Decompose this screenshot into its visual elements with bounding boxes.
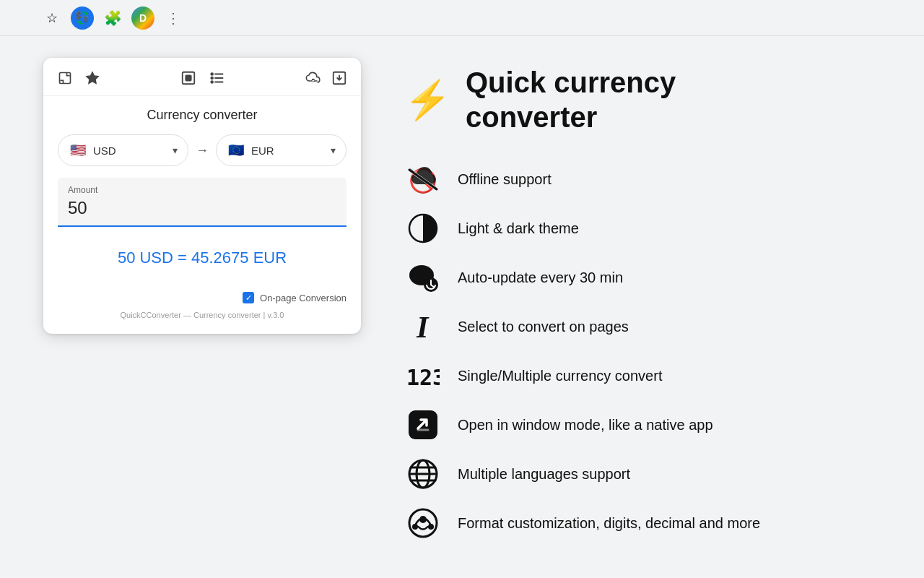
from-currency-code: USD bbox=[93, 144, 167, 157]
popup-title: Currency converter bbox=[58, 108, 346, 123]
feature-item-autoupdate: Auto-update every 30 min bbox=[404, 259, 881, 296]
app-title: Quick currencyconverter bbox=[466, 65, 676, 134]
feature-item-languages: Multiple languages support bbox=[404, 455, 881, 493]
feature-item-format: Format customization, digits, decimal an… bbox=[404, 504, 881, 542]
app-header: ⚡ Quick currencyconverter bbox=[404, 65, 881, 134]
svg-text:I: I bbox=[416, 311, 430, 343]
main-content: Currency converter 🇺🇸 USD ▾ → 🇪🇺 EUR ▾ bbox=[0, 36, 924, 578]
from-currency-select[interactable]: 🇺🇸 USD ▾ bbox=[58, 134, 188, 166]
user-avatar[interactable]: D bbox=[131, 7, 154, 30]
from-currency-chevron: ▾ bbox=[173, 144, 178, 156]
select-convert-icon: I bbox=[404, 308, 442, 345]
feature-text-languages: Multiple languages support bbox=[458, 466, 630, 483]
svg-point-8 bbox=[211, 77, 213, 79]
feature-text-theme: Light & dark theme bbox=[458, 220, 579, 237]
window-mode-icon bbox=[404, 406, 442, 444]
browser-toolbar: ☆ 💱 🧩 D ⋮ bbox=[40, 7, 185, 30]
svg-point-24 bbox=[419, 516, 427, 523]
feature-text-multiple: Single/Multiple currency convert bbox=[458, 368, 662, 384]
feature-item-window: Open in window mode, like a native app bbox=[404, 406, 881, 444]
checkbox-check-icon: ✓ bbox=[245, 293, 252, 303]
swap-arrow-icon: → bbox=[196, 143, 209, 158]
amount-input-wrapper: Amount 50 bbox=[58, 178, 346, 227]
svg-marker-1 bbox=[87, 72, 99, 84]
open-window-button[interactable] bbox=[55, 68, 75, 88]
to-currency-select[interactable]: 🇪🇺 EUR ▾ bbox=[216, 134, 346, 166]
list-mode-button[interactable] bbox=[207, 68, 227, 88]
right-panel: ⚡ Quick currencyconverter 🚫 bbox=[404, 58, 881, 542]
onpage-label: On-page Conversion bbox=[260, 293, 346, 303]
svg-rect-3 bbox=[186, 75, 191, 80]
feature-text-autoupdate: Auto-update every 30 min bbox=[458, 269, 623, 286]
toolbar-right bbox=[303, 68, 349, 88]
amount-container: Amount 50 bbox=[58, 178, 346, 227]
feature-text-offline: Offline support bbox=[458, 171, 552, 188]
favorite-button[interactable] bbox=[82, 68, 103, 88]
svg-point-9 bbox=[211, 81, 213, 83]
to-currency-chevron: ▾ bbox=[331, 144, 336, 156]
svg-point-7 bbox=[211, 73, 213, 75]
bookmark-icon[interactable]: ☆ bbox=[40, 7, 64, 30]
feature-item-theme: Light & dark theme bbox=[404, 210, 881, 247]
browser-menu-dots[interactable]: ⋮ bbox=[162, 7, 185, 30]
toolbar-left bbox=[55, 68, 103, 88]
extension-popup: Currency converter 🇺🇸 USD ▾ → 🇪🇺 EUR ▾ bbox=[43, 58, 361, 334]
multiple-currency-icon: 123 bbox=[404, 357, 442, 394]
currency-row: 🇺🇸 USD ▾ → 🇪🇺 EUR ▾ bbox=[58, 134, 346, 166]
feature-item-multiple: 123 Single/Multiple currency convert bbox=[404, 357, 881, 394]
onpage-conversion-row: ✓ On-page Conversion bbox=[58, 292, 346, 303]
offline-icon: 🚫 bbox=[404, 160, 442, 198]
amount-label: Amount bbox=[68, 185, 97, 195]
to-currency-code: EUR bbox=[251, 144, 325, 157]
browser-chrome: ☆ 💱 🧩 D ⋮ bbox=[0, 0, 924, 36]
feature-list: 🚫 Offline support bbox=[404, 160, 881, 542]
eur-flag: 🇪🇺 bbox=[227, 141, 245, 160]
extension-qcc-icon[interactable]: 💱 bbox=[71, 7, 94, 30]
conversion-result: 50 USD = 45.2675 EUR bbox=[58, 241, 346, 275]
extensions-puzzle-icon[interactable]: 🧩 bbox=[101, 7, 124, 30]
toolbar-center bbox=[178, 68, 227, 88]
popup-toolbar bbox=[43, 58, 361, 96]
feature-text-window: Open in window mode, like a native app bbox=[458, 417, 713, 434]
amount-input[interactable]: 50 bbox=[68, 198, 336, 218]
export-button[interactable] bbox=[329, 68, 349, 88]
onpage-checkbox[interactable]: ✓ bbox=[243, 292, 254, 303]
format-icon bbox=[404, 504, 442, 542]
lightning-icon: ⚡ bbox=[404, 78, 451, 122]
usd-flag: 🇺🇸 bbox=[69, 141, 87, 160]
svg-text:123: 123 bbox=[406, 365, 440, 390]
popup-content: Currency converter 🇺🇸 USD ▾ → 🇪🇺 EUR ▾ bbox=[43, 96, 361, 334]
feature-item-select: I Select to convert on pages bbox=[404, 308, 881, 345]
feature-text-format: Format customization, digits, decimal an… bbox=[458, 515, 760, 532]
languages-icon bbox=[404, 455, 442, 493]
single-mode-button[interactable] bbox=[178, 68, 199, 88]
cloud-sync-button[interactable] bbox=[303, 68, 323, 88]
feature-text-select: Select to convert on pages bbox=[458, 319, 629, 335]
autoupdate-icon bbox=[404, 259, 442, 296]
feature-item-offline: 🚫 Offline support bbox=[404, 160, 881, 198]
theme-icon bbox=[404, 210, 442, 247]
popup-footer: QuickCConverter — Currency converter | v… bbox=[58, 311, 346, 319]
svg-rect-0 bbox=[60, 73, 71, 84]
